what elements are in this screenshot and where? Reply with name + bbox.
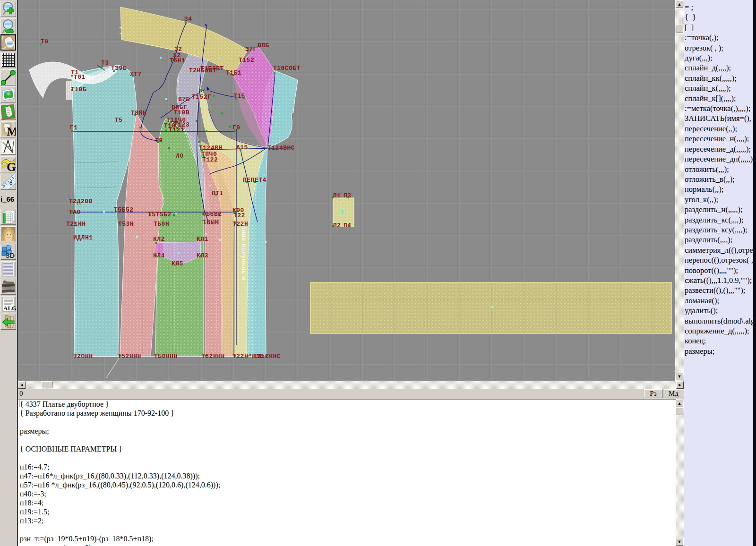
svg-text:КЛ4: КЛ4 bbox=[153, 252, 165, 259]
svg-text:Г1: Г1 bbox=[70, 124, 78, 131]
svg-text:Т15: Т15 bbox=[233, 93, 245, 100]
svg-text:Т52ННН: Т52ННН bbox=[118, 353, 141, 360]
svg-text:G: G bbox=[7, 160, 16, 172]
svg-text:ТА0: ТА0 bbox=[69, 209, 81, 216]
svg-text:7: 7 bbox=[2, 183, 5, 189]
svg-text:Т22: Т22 bbox=[233, 212, 245, 219]
svg-text:ТБ0Н: ТБ0Н bbox=[154, 221, 169, 228]
svg-text:Т124ВНС: Т124ВНС bbox=[267, 145, 295, 152]
svg-text:КЛ3: КЛ3 bbox=[197, 252, 208, 259]
svg-text:Т22Н: Т22Н bbox=[232, 221, 248, 228]
svg-text:Т8ЯН: Т8ЯН bbox=[131, 110, 146, 117]
svg-text:ВПБ: ВПБ bbox=[258, 42, 269, 49]
svg-text:ALG: ALG bbox=[3, 305, 16, 312]
svg-text:ТБ0ННН: ТБ0ННН bbox=[154, 353, 178, 360]
svg-text:ТЗ52ННС: ТЗ52ННС bbox=[253, 353, 281, 360]
svg-text:П4: П4 bbox=[344, 222, 352, 229]
svg-text:M: M bbox=[7, 125, 16, 137]
svg-text:Т62ННН: Т62ННН bbox=[201, 353, 225, 360]
svg-text:ПТ1: ПТ1 bbox=[212, 190, 223, 197]
svg-text:Т53Н: Т53Н bbox=[118, 221, 134, 228]
svg-text:Т01: Т01 bbox=[74, 74, 86, 81]
svg-text:Т122: Т122 bbox=[202, 156, 218, 163]
svg-text:ТЗ9Б: ТЗ9Б bbox=[111, 65, 127, 72]
svg-text:Т152Г: Т152Г bbox=[192, 94, 212, 101]
svg-text:ЛО: ЛО bbox=[176, 153, 184, 160]
svg-text:Т5Т5Б2: Т5Т5Б2 bbox=[148, 211, 172, 218]
svg-text:Т1Б0БТ: Т1Б0БТ bbox=[200, 65, 224, 72]
svg-text:КЛ2: КЛ2 bbox=[153, 236, 165, 243]
svg-text:З7Г: З7Г bbox=[245, 46, 257, 53]
svg-text:КЛ1: КЛ1 bbox=[197, 236, 208, 243]
svg-text:ХТ7: ХТ7 bbox=[130, 71, 142, 78]
svg-text:Т6ЫН: Т6ЫН bbox=[202, 219, 219, 226]
svg-text:Т1Б1: Т1Б1 bbox=[226, 69, 241, 77]
svg-text:КЛ5: КЛ5 bbox=[172, 260, 183, 267]
svg-text:Т0: Т0 bbox=[41, 38, 49, 45]
svg-text:П1: П1 bbox=[333, 192, 341, 199]
svg-text:Т3: Т3 bbox=[101, 60, 109, 67]
svg-text:i_66.: i_66. bbox=[0, 195, 15, 203]
svg-text:Т2Д20В: Т2Д20В bbox=[69, 198, 93, 205]
svg-text:Т6Н1: Т6Н1 bbox=[170, 57, 185, 64]
svg-text:Т21НН: Т21НН bbox=[66, 221, 86, 228]
svg-text:3D: 3D bbox=[6, 251, 15, 259]
svg-text:Т10В: Т10В bbox=[174, 109, 189, 116]
svg-text:длина полупальто: длина полупальто bbox=[241, 222, 247, 281]
svg-text:Т121: Т121 bbox=[169, 127, 184, 134]
svg-text:Т16СОБТ: Т16СОБТ bbox=[273, 65, 301, 72]
svg-text:Т2ОНН: Т2ОНН bbox=[73, 353, 93, 360]
svg-text:Т9: Т9 bbox=[155, 137, 163, 144]
svg-text:П2: П2 bbox=[333, 222, 341, 229]
svg-text:А15: А15 bbox=[236, 144, 248, 151]
svg-text:В7Б: В7Б bbox=[178, 96, 190, 103]
svg-text:П3: П3 bbox=[344, 192, 352, 199]
svg-text:Т5Б52: Т5Б52 bbox=[114, 206, 134, 213]
svg-text:З4: З4 bbox=[184, 16, 192, 23]
svg-text:ПЕПЕТ4: ПЕПЕТ4 bbox=[243, 177, 266, 184]
svg-text:8: 8 bbox=[9, 179, 13, 186]
svg-text:Т10Б: Т10Б bbox=[71, 86, 86, 93]
svg-text:ИДЛН1: ИДЛН1 bbox=[73, 234, 93, 241]
svg-text:Г0: Г0 bbox=[232, 124, 241, 131]
svg-text:Т5: Т5 bbox=[115, 117, 123, 124]
svg-text:ТБ6В2: ТБ6В2 bbox=[202, 211, 222, 218]
svg-text:Т152: Т152 bbox=[239, 57, 254, 64]
